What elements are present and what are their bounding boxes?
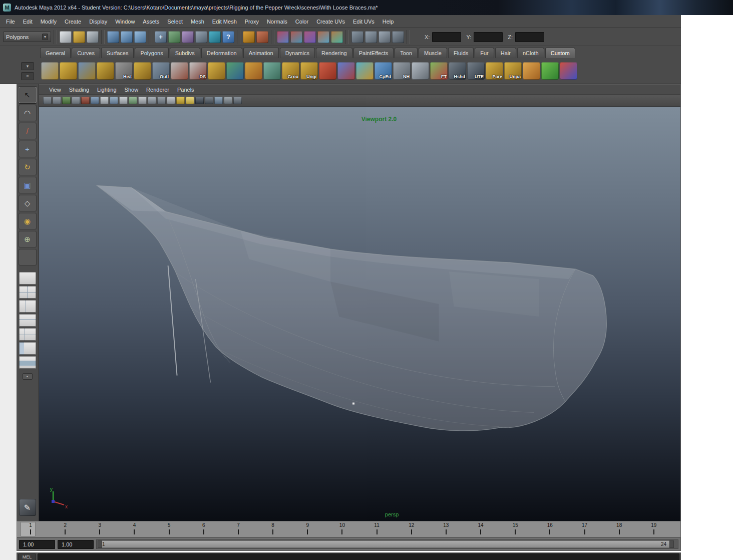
use-all-lights-icon[interactable]: [186, 97, 194, 104]
snap-to-view-plane-icon[interactable]: [195, 31, 207, 43]
title-bar[interactable]: M Autodesk Maya 2012 x64 - Student Versi…: [0, 0, 733, 15]
wireframe-icon[interactable]: [157, 97, 166, 104]
shelf-item-nh[interactable]: NH: [393, 62, 411, 80]
film-gate-icon[interactable]: [100, 97, 109, 104]
soft-modification-tool[interactable]: ◉: [19, 213, 37, 229]
render-current-frame-icon[interactable]: [351, 31, 363, 43]
snap-to-grid-icon[interactable]: +: [155, 31, 167, 43]
make-live-icon[interactable]: [209, 31, 221, 43]
command-line-input[interactable]: [38, 553, 679, 560]
help-icon[interactable]: ?: [222, 31, 234, 43]
safe-title-icon[interactable]: [148, 97, 156, 104]
shelf-item[interactable]: [263, 62, 281, 80]
frame-cell[interactable]: 8: [267, 522, 278, 534]
move-tool[interactable]: +: [19, 141, 37, 157]
frame-cell[interactable]: 10: [336, 522, 347, 534]
shelf-item-ute[interactable]: UTE: [467, 62, 485, 80]
layout-four-pane-button[interactable]: [19, 286, 36, 299]
selection-mode-dropdown[interactable]: Polygons ▾: [3, 32, 51, 42]
shelf-item[interactable]: [541, 62, 559, 80]
panel-menu-item[interactable]: Show: [121, 87, 143, 93]
range-start-handle[interactable]: [98, 540, 102, 548]
playback-range-bar[interactable]: 1 24: [98, 540, 674, 548]
playback-start-field[interactable]: 1.00: [19, 540, 55, 549]
shelf-menu-button[interactable]: ≡: [21, 72, 34, 80]
select-camera-icon[interactable]: [43, 97, 52, 104]
frame-cell[interactable]: 19: [648, 522, 659, 534]
shelf-item[interactable]: [356, 62, 374, 80]
range-end-handle[interactable]: [669, 540, 674, 548]
magnet-live-icon[interactable]: [331, 31, 343, 43]
shelf-tab[interactable]: nCloth: [517, 48, 544, 58]
shadows-icon[interactable]: [195, 97, 204, 104]
xray-icon[interactable]: [224, 97, 232, 104]
shelf-tab[interactable]: PaintEffects: [353, 48, 394, 58]
shelf-item-poly-tool[interactable]: [41, 62, 59, 80]
shelf-item-ds[interactable]: DS: [189, 62, 207, 80]
resolution-gate-icon[interactable]: [110, 97, 118, 104]
layout-hypershade-persp-button[interactable]: [19, 356, 36, 369]
shelf-item[interactable]: [97, 62, 114, 80]
layout-single-pane-button[interactable]: [19, 272, 36, 285]
shelf-tab[interactable]: Muscle: [419, 48, 447, 58]
shelf-item-outl[interactable]: Outl: [152, 62, 170, 80]
frame-cell[interactable]: 17: [579, 522, 590, 534]
shelf-item[interactable]: [171, 62, 188, 80]
command-line-language-button[interactable]: MEL: [18, 553, 36, 560]
range-track[interactable]: 1 24: [96, 539, 678, 549]
frame-cell[interactable]: 7: [233, 522, 244, 534]
ipr-render-icon[interactable]: [365, 31, 377, 43]
panel-menu-item[interactable]: View: [45, 87, 65, 93]
panel-menu-item[interactable]: Lighting: [93, 87, 121, 93]
menu-item[interactable]: Color: [291, 15, 312, 28]
image-plane-icon[interactable]: [81, 97, 90, 104]
separator[interactable]: [271, 30, 274, 44]
shaded-mode-icon[interactable]: [167, 97, 175, 104]
frame-cell[interactable]: 3: [94, 522, 105, 534]
new-scene-icon[interactable]: [60, 31, 72, 43]
render-settings-icon[interactable]: [379, 31, 391, 43]
menu-item[interactable]: Modify: [37, 15, 61, 28]
magnet-curve-icon[interactable]: [290, 31, 302, 43]
screen-space-ao-icon[interactable]: [205, 97, 213, 104]
menu-item[interactable]: Display: [85, 15, 111, 28]
shelf-item[interactable]: [319, 62, 336, 80]
panel-menu-item[interactable]: Panels: [173, 87, 198, 93]
frame-cell[interactable]: 16: [544, 522, 555, 534]
grid-toggle-icon[interactable]: [91, 97, 99, 104]
menu-item[interactable]: Normals: [263, 15, 291, 28]
layout-two-pane-stacked-button[interactable]: [19, 314, 36, 327]
shelf-item[interactable]: [523, 62, 540, 80]
shelf-item[interactable]: [337, 62, 355, 80]
shelf-item-grou[interactable]: Grou: [282, 62, 299, 80]
shelf-item[interactable]: [245, 62, 262, 80]
menu-item[interactable]: Mesh: [187, 15, 208, 28]
shelf-tab[interactable]: Surfaces: [101, 48, 134, 58]
x-coordinate-field[interactable]: [432, 32, 461, 42]
shelf-tab[interactable]: Rendering: [316, 48, 352, 58]
isolate-select-icon[interactable]: [214, 97, 223, 104]
hypershade-icon[interactable]: [392, 31, 404, 43]
frame-cell[interactable]: 1: [25, 522, 36, 534]
shelf-tab[interactable]: Dynamics: [280, 48, 315, 58]
save-scene-icon[interactable]: [87, 31, 99, 43]
separator[interactable]: [407, 30, 410, 44]
select-tool[interactable]: ↖: [19, 87, 37, 103]
layout-outliner-persp-button[interactable]: [19, 342, 36, 355]
shelf-tab[interactable]: Subdivs: [170, 48, 200, 58]
paint-select-tool[interactable]: /: [19, 123, 37, 139]
frame-cell[interactable]: 14: [475, 522, 486, 534]
shelf-item-ft[interactable]: FT: [430, 62, 448, 80]
select-by-component-icon[interactable]: [134, 31, 146, 43]
y-coordinate-field[interactable]: [474, 32, 503, 42]
shelf-item-pare[interactable]: Pare: [486, 62, 503, 80]
menu-item[interactable]: Window: [111, 15, 139, 28]
frame-cell[interactable]: 2: [60, 522, 71, 534]
time-slider[interactable]: 1 2 3 4 5: [17, 521, 681, 537]
menu-item[interactable]: Proxy: [241, 15, 263, 28]
field-chart-icon[interactable]: [129, 97, 137, 104]
menu-item[interactable]: Select: [163, 15, 187, 28]
bookmark-icon[interactable]: [72, 97, 80, 104]
show-manipulator-tool[interactable]: ⊕: [19, 231, 37, 247]
textured-mode-icon[interactable]: [176, 97, 185, 104]
